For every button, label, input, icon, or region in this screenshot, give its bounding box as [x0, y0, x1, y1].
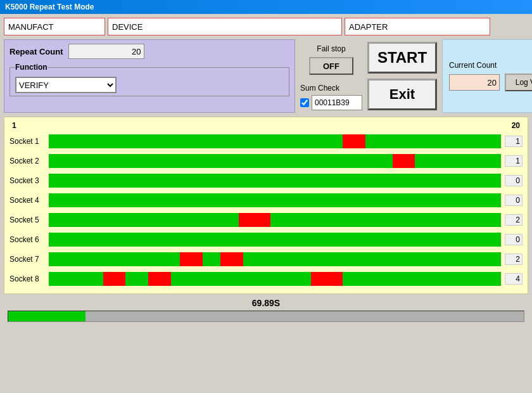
socket-bar — [49, 154, 501, 168]
socket-fail-block — [311, 272, 343, 286]
socket-fail-block — [148, 272, 171, 286]
adapter-input[interactable] — [345, 18, 490, 35]
socket-bar — [49, 134, 501, 148]
socket-bar — [49, 193, 501, 207]
socket-row: Socket 72 — [10, 250, 522, 268]
socket-bar — [49, 252, 501, 266]
socket-bar — [49, 213, 501, 227]
socket-row: Socket 52 — [10, 211, 522, 229]
fail-stop-label: Fail stop — [317, 44, 345, 53]
socket-fail-block — [103, 272, 126, 286]
timer-display: 69.89S — [4, 298, 528, 308]
right-action-buttons: START Exit — [367, 39, 437, 113]
socket-bar — [49, 272, 501, 286]
socket-header-start: 1 — [12, 121, 16, 130]
socket-label: Socket 7 — [10, 255, 49, 264]
socket-fail-block — [393, 154, 415, 168]
socket-header-end: 20 — [512, 121, 520, 130]
log-view-button[interactable]: Log View OFF — [505, 74, 532, 91]
socket-bar — [49, 174, 501, 188]
socket-row: Socket 21 — [10, 152, 522, 170]
exit-button[interactable]: Exit — [367, 79, 437, 110]
socket-count: 0 — [505, 175, 522, 186]
sum-check-label: Sum Check — [300, 84, 339, 93]
socket-label: Socket 3 — [10, 176, 49, 185]
socket-label: Socket 6 — [10, 235, 49, 244]
fail-stop-panel: Fail stop OFF — [300, 42, 362, 77]
function-legend: Function — [15, 63, 48, 72]
socket-count: 0 — [505, 195, 522, 206]
socket-fail-block — [220, 252, 243, 266]
socket-row: Socket 11 — [10, 132, 522, 150]
socket-row: Socket 84 — [10, 270, 522, 288]
socket-header: 1 20 — [10, 121, 522, 130]
fail-stop-button[interactable]: OFF — [309, 57, 353, 75]
current-count-row: Log View OFF — [449, 74, 532, 91]
progress-bar-fill — [8, 311, 86, 321]
device-input[interactable] — [108, 18, 342, 35]
title-bar-label: K5000 Repeat Test Mode — [5, 3, 94, 11]
function-group: Function VERIFY PROGRAM READ — [10, 63, 289, 96]
current-count-input[interactable] — [449, 74, 500, 91]
top-inputs-row — [4, 18, 528, 35]
socket-row: Socket 60 — [10, 231, 522, 248]
socket-count: 2 — [505, 214, 522, 226]
sum-check-value-input[interactable] — [312, 95, 362, 110]
socket-label: Socket 1 — [10, 137, 49, 146]
sum-check-checkbox[interactable] — [300, 98, 309, 107]
fail-sum-panel: Fail stop OFF Sum Check — [300, 39, 362, 113]
manufact-input[interactable] — [4, 18, 105, 35]
current-count-label: Current Count — [449, 61, 497, 70]
socket-count: 1 — [505, 136, 522, 147]
socket-label: Socket 8 — [10, 274, 49, 283]
socket-bar — [49, 233, 501, 247]
repeat-count-input[interactable] — [68, 44, 144, 59]
current-count-panel: Current Count Log View OFF — [442, 39, 532, 113]
socket-label: Socket 5 — [10, 216, 49, 224]
socket-count: 2 — [505, 254, 522, 265]
socket-count: 4 — [505, 273, 522, 285]
socket-area: 1 20 Socket 11Socket 21Socket 30Socket 4… — [4, 117, 528, 294]
start-button[interactable]: START — [367, 42, 437, 74]
function-select[interactable]: VERIFY PROGRAM READ — [15, 77, 117, 93]
repeat-count-label: Repeat Count — [10, 47, 63, 56]
socket-count: 0 — [505, 234, 522, 245]
sum-check-input-row — [300, 95, 362, 110]
socket-label: Socket 4 — [10, 196, 49, 205]
controls-section: Repeat Count Function VERIFY PROGRAM REA… — [4, 39, 528, 113]
repeat-count-row: Repeat Count — [10, 44, 289, 59]
socket-fail-block — [239, 213, 270, 227]
socket-fail-block — [180, 252, 203, 266]
socket-fail-block — [343, 134, 365, 148]
socket-row: Socket 40 — [10, 191, 522, 209]
socket-count: 1 — [505, 155, 522, 167]
socket-label: Socket 2 — [10, 157, 49, 165]
sum-check-row: Sum Check — [300, 84, 362, 110]
socket-row: Socket 30 — [10, 172, 522, 190]
left-control-panel: Repeat Count Function VERIFY PROGRAM REA… — [4, 39, 295, 113]
socket-rows: Socket 11Socket 21Socket 30Socket 40Sock… — [10, 132, 522, 288]
progress-bar-container — [8, 311, 524, 322]
